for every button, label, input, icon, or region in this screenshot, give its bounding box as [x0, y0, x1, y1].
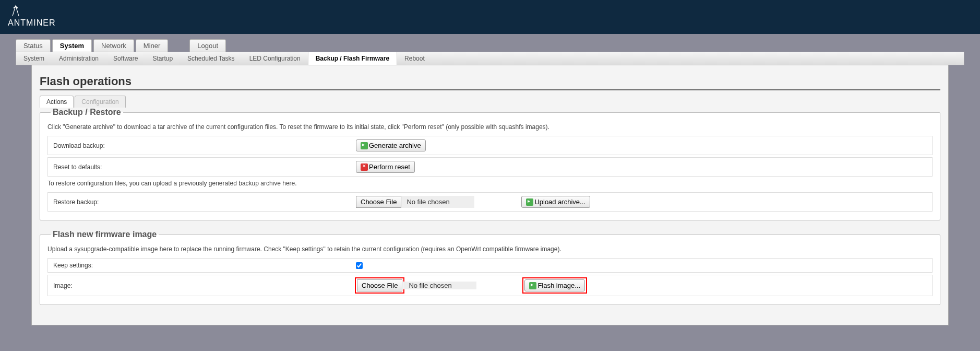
flash-firmware-legend: Flash new firmware image [51, 230, 159, 239]
perform-reset-button[interactable]: Perform reset [356, 161, 415, 173]
subtab-led-configuration[interactable]: LED Configuration [242, 52, 308, 65]
subtab-scheduled-tasks[interactable]: Scheduled Tasks [180, 52, 242, 65]
generate-archive-label: Generate archive [369, 142, 421, 149]
image-row: Image: Choose File No file chosen Flash … [47, 275, 933, 296]
upload-icon [526, 198, 533, 206]
tab-miner[interactable]: Miner [136, 39, 169, 52]
restore-backup-row: Restore backup: Choose File No file chos… [47, 192, 933, 212]
image-label: Image: [53, 282, 356, 289]
backup-restore-legend: Backup / Restore [51, 108, 123, 117]
upload-archive-button[interactable]: Upload archive... [521, 196, 590, 208]
tab-system[interactable]: System [52, 39, 92, 52]
inner-tab-actions[interactable]: Actions [40, 96, 74, 108]
image-file-input[interactable]: Choose File [357, 279, 402, 291]
subtab-system[interactable]: System [16, 52, 52, 65]
restore-choose-file-button[interactable]: Choose File [356, 196, 401, 208]
restore-file-status: No file chosen [401, 198, 474, 206]
tab-status[interactable]: Status [16, 39, 51, 52]
restore-backup-label: Restore backup: [53, 198, 356, 206]
reset-defaults-row: Reset to defaults: Perform reset [47, 157, 933, 177]
reset-icon [361, 163, 368, 171]
tab-network[interactable]: Network [93, 39, 134, 52]
keep-settings-checkbox[interactable] [356, 262, 363, 269]
inner-tabs: Actions Configuration [40, 96, 940, 108]
image-choose-file-button[interactable]: Choose File [357, 279, 402, 291]
backup-restore-section: Backup / Restore Click "Generate archive… [40, 108, 940, 220]
flash-image-label: Flash image... [537, 282, 580, 289]
tab-logout[interactable]: Logout [189, 39, 226, 52]
content-area: Flash operations Actions Configuration B… [31, 65, 949, 325]
restore-file-input[interactable]: Choose File No file chosen [356, 196, 474, 208]
keep-settings-row: Keep settings: [47, 258, 933, 273]
upload-archive-label: Upload archive... [534, 198, 585, 206]
keep-settings-label: Keep settings: [53, 262, 356, 269]
page-title: Flash operations [40, 75, 940, 88]
subtab-reboot[interactable]: Reboot [397, 52, 432, 65]
reset-defaults-label: Reset to defaults: [53, 163, 356, 171]
subtab-startup[interactable]: Startup [145, 52, 180, 65]
logo-text: ANTMINER [8, 18, 56, 28]
flash-firmware-section: Flash new firmware image Upload a sysupg… [40, 230, 940, 305]
logo: ANTMINER [8, 3, 972, 28]
image-file-status: No file chosen [403, 282, 476, 289]
restore-desc: To restore configuration files, you can … [47, 180, 933, 187]
flash-image-highlight: Flash image... [523, 278, 586, 292]
sub-tabs: System Administration Software Startup S… [16, 52, 964, 65]
flash-icon [529, 282, 536, 289]
download-backup-label: Download backup: [53, 142, 356, 149]
subtab-administration[interactable]: Administration [52, 52, 106, 65]
flash-image-button[interactable]: Flash image... [524, 279, 585, 291]
backup-restore-desc: Click "Generate archive" to download a t… [47, 123, 933, 131]
header-bar: ANTMINER [0, 0, 980, 34]
inner-tab-configuration[interactable]: Configuration [75, 96, 125, 108]
image-file-highlight: Choose File [356, 278, 403, 292]
flash-firmware-desc: Upload a sysupgrade-compatible image her… [47, 245, 933, 253]
download-backup-row: Download backup: Generate archive [47, 136, 933, 155]
generate-archive-button[interactable]: Generate archive [356, 139, 426, 151]
perform-reset-label: Perform reset [369, 163, 410, 171]
download-icon [361, 142, 368, 149]
subtab-backup-flash[interactable]: Backup / Flash Firmware [308, 52, 397, 65]
title-divider [40, 89, 940, 90]
antminer-logo-icon [8, 3, 23, 18]
main-tabs: Status System Network Miner Logout [16, 39, 964, 52]
subtab-software[interactable]: Software [106, 52, 145, 65]
